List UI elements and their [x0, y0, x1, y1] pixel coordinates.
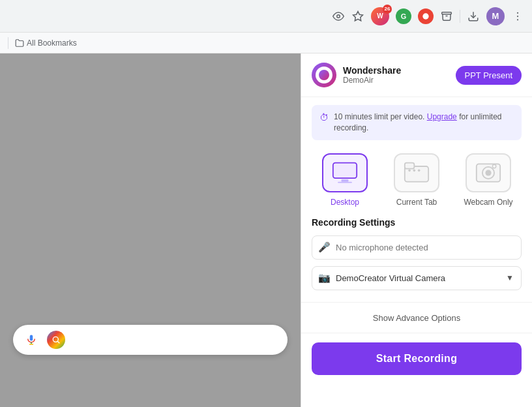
- settings-section: Recording Settings 🎤 📷 DemoCreator Virtu…: [301, 217, 532, 297]
- advance-options[interactable]: Show Advance Options: [301, 302, 532, 333]
- svg-line-11: [57, 341, 59, 343]
- google-lens-icon[interactable]: [47, 331, 65, 349]
- microphone-input-icon: 🎤: [318, 241, 331, 253]
- bookmarks-divider: [8, 37, 8, 49]
- advance-options-text: Show Advance Options: [373, 313, 460, 323]
- mode-tab-webcam[interactable]: Webcam Only: [455, 153, 522, 207]
- tab-icon-wrapper[interactable]: [394, 153, 439, 192]
- svg-point-22: [485, 170, 491, 175]
- extensions-icon[interactable]: [440, 10, 453, 23]
- svg-marker-1: [353, 11, 363, 20]
- svg-rect-12: [333, 162, 357, 178]
- google-search-bar[interactable]: [13, 325, 288, 355]
- microphone-wrapper: 🎤: [312, 235, 522, 260]
- divider: [460, 10, 460, 23]
- panel-header: Wondershare DemoAir PPT Present: [301, 53, 532, 97]
- limit-notice: ⏱ 10 minutes limit per video. Upgrade fo…: [312, 105, 522, 140]
- ext-badge: 26: [383, 5, 392, 14]
- browser-icons: W 26 G M: [332, 7, 524, 25]
- menu-icon[interactable]: [511, 10, 524, 23]
- svg-point-4: [517, 12, 518, 13]
- webcam-icon-wrapper[interactable]: [466, 153, 511, 192]
- brand-text: Wondershare DemoAir: [343, 65, 401, 85]
- ppt-present-button[interactable]: PPT Present: [456, 66, 522, 85]
- microphone-icon[interactable]: [23, 332, 39, 348]
- bookmarks-label[interactable]: All Bookmarks: [15, 38, 77, 48]
- mode-tabs: Desktop Current Tab: [301, 148, 532, 217]
- svg-point-5: [517, 15, 518, 16]
- desktop-icon-wrapper[interactable]: [322, 153, 368, 192]
- extension-panel: Wondershare DemoAir PPT Present ⏱ 10 min…: [301, 53, 532, 407]
- bookmarks-text: All Bookmarks: [27, 38, 77, 48]
- svg-rect-13: [342, 179, 349, 182]
- mode-tab-desktop[interactable]: Desktop: [312, 153, 378, 207]
- desktop-label: Desktop: [331, 198, 359, 207]
- camera-select[interactable]: DemoCreator Virtual Camera: [312, 266, 522, 290]
- clock-icon: ⏱: [319, 112, 329, 123]
- svg-point-10: [53, 337, 58, 342]
- settings-title: Recording Settings: [312, 217, 522, 228]
- mode-tab-current-tab[interactable]: Current Tab: [383, 153, 450, 207]
- svg-point-19: [418, 169, 421, 172]
- wondershare-ext-icon[interactable]: W 26: [371, 7, 389, 25]
- browser-content: [0, 53, 301, 407]
- svg-point-18: [413, 169, 416, 172]
- svg-point-17: [408, 169, 411, 172]
- brand-logo: [312, 63, 336, 87]
- red-ext-icon[interactable]: [418, 8, 434, 24]
- svg-point-6: [517, 19, 518, 20]
- download-icon[interactable]: [467, 10, 480, 23]
- svg-rect-14: [338, 181, 352, 183]
- camera-input-icon: 📷: [318, 272, 331, 284]
- green-ext-icon[interactable]: G: [396, 8, 411, 24]
- webcam-only-label: Webcam Only: [464, 198, 512, 207]
- eye-icon[interactable]: [332, 10, 345, 23]
- microphone-input[interactable]: [312, 235, 522, 260]
- brand-info: Wondershare DemoAir: [312, 63, 401, 87]
- current-tab-label: Current Tab: [396, 198, 437, 207]
- camera-wrapper: 📷 DemoCreator Virtual Camera ▼: [312, 266, 522, 290]
- star-icon[interactable]: [351, 10, 364, 23]
- brand-name: Wondershare: [343, 65, 401, 76]
- start-recording-button[interactable]: Start Recording: [312, 342, 522, 375]
- svg-point-0: [337, 14, 340, 18]
- profile-icon[interactable]: M: [486, 7, 505, 25]
- upgrade-link[interactable]: Upgrade: [427, 112, 457, 121]
- browser-toolbar: W 26 G M: [0, 0, 532, 33]
- svg-rect-16: [405, 162, 415, 168]
- bookmarks-bar: All Bookmarks: [0, 33, 532, 53]
- svg-rect-7: [30, 335, 33, 341]
- limit-text: 10 minutes limit per video. Upgrade for …: [334, 112, 514, 134]
- brand-subtitle: DemoAir: [343, 76, 401, 85]
- main-content: Wondershare DemoAir PPT Present ⏱ 10 min…: [0, 53, 532, 407]
- svg-point-2: [422, 13, 428, 19]
